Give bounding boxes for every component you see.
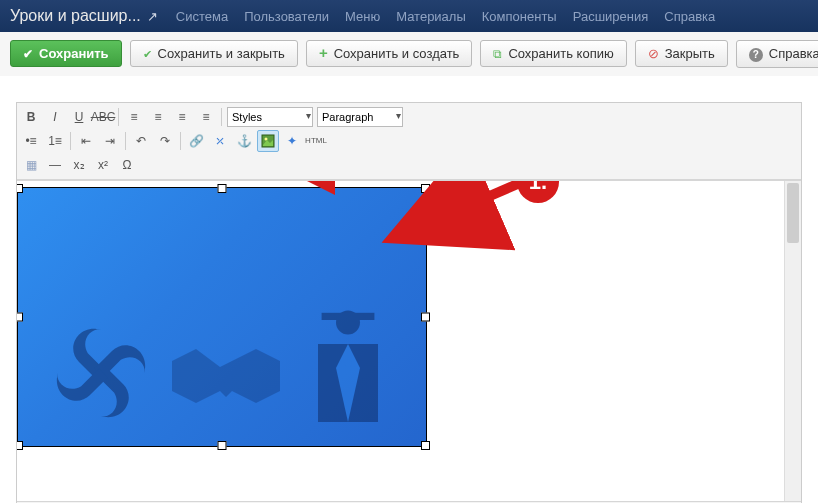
main-menu: Система Пользователи Меню Материалы Комп… (176, 9, 715, 24)
insert-image-button[interactable] (257, 130, 279, 152)
align-justify-button[interactable]: ≡ (195, 106, 217, 128)
tuxedo-icon (298, 308, 398, 428)
superscript-button[interactable]: x² (92, 154, 114, 176)
close-button[interactable]: Закрыть (635, 40, 728, 67)
separator (180, 132, 181, 150)
outdent-button[interactable]: ⇤ (75, 130, 97, 152)
indent-button[interactable]: ⇥ (99, 130, 121, 152)
menu-materials[interactable]: Материалы (396, 9, 466, 24)
bold-button[interactable]: B (20, 106, 42, 128)
cleanup-button[interactable]: ✦ (281, 130, 303, 152)
bullet-list-button[interactable]: •≡ (20, 130, 42, 152)
resize-handle-se[interactable] (421, 441, 430, 450)
save-copy-label: Сохранить копию (508, 46, 613, 61)
redo-button[interactable]: ↷ (154, 130, 176, 152)
scrollbar-thumb[interactable] (787, 183, 799, 243)
subscript-button[interactable]: x₂ (68, 154, 90, 176)
align-center-button[interactable]: ≡ (147, 106, 169, 128)
html-button[interactable]: HTML (305, 130, 327, 152)
number-list-button[interactable]: 1≡ (44, 130, 66, 152)
image-icon (261, 134, 275, 148)
save-label: Сохранить (39, 46, 109, 61)
editor-toolbar: B I U ABC ≡ ≡ ≡ ≡ Styles Paragraph •≡ 1≡… (17, 103, 801, 180)
italic-button[interactable]: I (44, 106, 66, 128)
menu-components[interactable]: Компоненты (482, 9, 557, 24)
cancel-icon (648, 46, 659, 61)
paragraph-select[interactable]: Paragraph (317, 107, 403, 127)
editor-canvas-area: 1. 2. (17, 180, 801, 501)
menu-extensions[interactable]: Расширения (573, 9, 649, 24)
svg-rect-3 (322, 312, 375, 319)
unlink-button[interactable]: ⤫ (209, 130, 231, 152)
table-button[interactable]: ▦ (20, 154, 42, 176)
save-copy-button[interactable]: Сохранить копию (480, 40, 626, 67)
close-label: Закрыть (665, 46, 715, 61)
save-new-button[interactable]: Сохранить и создать (306, 40, 473, 67)
align-left-button[interactable]: ≡ (123, 106, 145, 128)
resize-handle-w[interactable] (17, 312, 23, 321)
underline-button[interactable]: U (68, 106, 90, 128)
styles-select[interactable]: Styles (227, 107, 313, 127)
save-close-label: Сохранить и закрыть (158, 46, 285, 61)
resize-handle-ne[interactable] (421, 184, 430, 193)
menu-system[interactable]: Система (176, 9, 228, 24)
check-icon (143, 46, 152, 61)
undo-button[interactable]: ↶ (130, 130, 152, 152)
copy-icon (493, 46, 502, 61)
save-new-label: Сохранить и создать (334, 46, 460, 61)
help-label: Справка (769, 46, 818, 61)
separator (125, 132, 126, 150)
link-button[interactable]: 🔗 (185, 130, 207, 152)
editor-canvas[interactable] (17, 181, 785, 501)
tag-area: Uncategorised (0, 76, 818, 102)
top-menubar: Уроки и расшир... ↗ Система Пользователи… (0, 0, 818, 32)
separator (70, 132, 71, 150)
resize-handle-s[interactable] (218, 441, 227, 450)
selected-image[interactable] (17, 187, 427, 447)
external-link-icon[interactable]: ↗ (147, 9, 158, 24)
save-button[interactable]: Сохранить (10, 40, 122, 67)
separator (221, 108, 222, 126)
vertical-scrollbar[interactable] (784, 181, 801, 501)
resize-handle-nw[interactable] (17, 184, 23, 193)
hr-button[interactable]: — (44, 154, 66, 176)
check-icon (23, 46, 33, 61)
action-toolbar: Сохранить Сохранить и закрыть Сохранить … (0, 32, 818, 76)
joomla-icon (46, 318, 156, 428)
save-close-button[interactable]: Сохранить и закрыть (130, 40, 298, 67)
menu-help[interactable]: Справка (664, 9, 715, 24)
svg-point-4 (344, 359, 351, 366)
resize-handle-e[interactable] (421, 312, 430, 321)
wysiwyg-editor: B I U ABC ≡ ≡ ≡ ≡ Styles Paragraph •≡ 1≡… (16, 102, 802, 504)
menu-users[interactable]: Пользователи (244, 9, 329, 24)
plus-icon (319, 46, 328, 61)
separator (118, 108, 119, 126)
help-icon (749, 46, 763, 62)
resize-handle-n[interactable] (218, 184, 227, 193)
page-title: Уроки и расшир... (10, 7, 141, 25)
resize-handle-sw[interactable] (17, 441, 23, 450)
charmap-button[interactable]: Ω (116, 154, 138, 176)
align-right-button[interactable]: ≡ (171, 106, 193, 128)
help-button[interactable]: Справка (736, 40, 818, 68)
menu-menu[interactable]: Меню (345, 9, 380, 24)
strike-button[interactable]: ABC (92, 106, 114, 128)
handshake-icon (166, 318, 286, 428)
anchor-button[interactable]: ⚓ (233, 130, 255, 152)
